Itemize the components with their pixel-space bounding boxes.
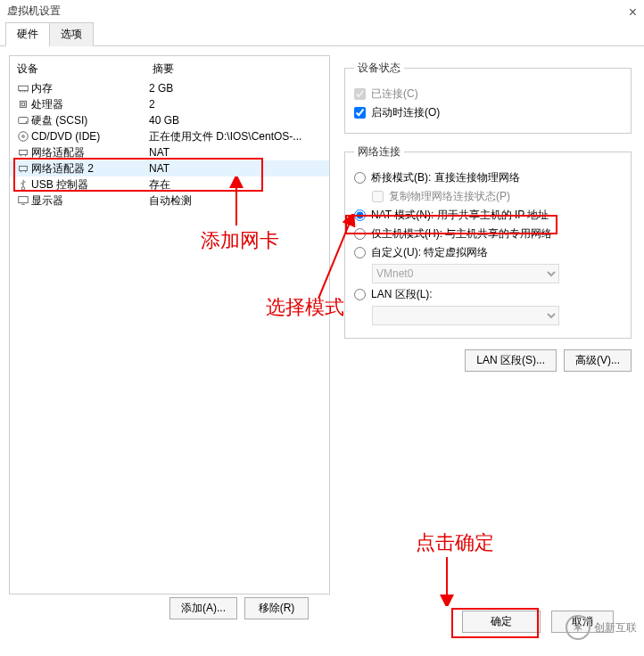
device-row-5[interactable]: 网络适配器 2NAT xyxy=(10,160,329,176)
radio-hostonly[interactable] xyxy=(354,228,366,240)
select-vmnet: VMnet0 xyxy=(372,264,559,283)
device-row-6[interactable]: USB 控制器存在 xyxy=(10,176,329,193)
watermark-logo-icon: ✶ xyxy=(566,615,590,640)
lbl-custom: 自定义(U): 特定虚拟网络 xyxy=(371,245,488,260)
svg-rect-6 xyxy=(21,102,25,106)
svg-point-8 xyxy=(26,121,28,123)
svg-rect-19 xyxy=(19,197,29,203)
svg-rect-11 xyxy=(20,150,28,154)
watermark: ✶ 创新互联 xyxy=(566,615,637,640)
svg-rect-5 xyxy=(21,102,27,108)
device-summary: 2 GB xyxy=(149,82,326,94)
network-connection-group: 网络连接 桥接模式(B): 直接连接物理网络 复制物理网络连接状态(P) NAT… xyxy=(344,144,632,339)
svg-rect-14 xyxy=(20,166,28,170)
lbl-replicate: 复制物理网络连接状态(P) xyxy=(389,189,510,204)
device-status-legend: 设备状态 xyxy=(354,61,404,76)
chk-connect-poweron[interactable] xyxy=(354,107,366,119)
device-status-group: 设备状态 已连接(C) 启动时连接(O) xyxy=(344,61,632,134)
lbl-lanseg: LAN 区段(L): xyxy=(371,287,433,302)
display-icon xyxy=(15,194,31,207)
device-row-0[interactable]: 内存2 GB xyxy=(10,80,329,96)
netconn-legend: 网络连接 xyxy=(354,144,404,160)
usb-icon xyxy=(15,178,31,191)
btn-add[interactable]: 添加(A)... xyxy=(169,597,237,619)
cpu-icon xyxy=(15,98,31,111)
col-device: 设备 xyxy=(17,62,153,77)
col-summary: 摘要 xyxy=(153,62,174,77)
svg-point-10 xyxy=(22,135,25,138)
lbl-connected: 已连接(C) xyxy=(371,86,418,102)
device-summary: NAT xyxy=(149,146,326,159)
device-name: CD/DVD (IDE) xyxy=(31,130,149,143)
device-name: 硬盘 (SCSI) xyxy=(31,113,149,128)
net-icon xyxy=(15,162,31,175)
window-title: 虚拟机设置 × xyxy=(0,0,644,21)
device-name: 网络适配器 xyxy=(31,145,149,160)
chk-replicate xyxy=(372,191,384,202)
lbl-bridged: 桥接模式(B): 直接连接物理网络 xyxy=(371,170,520,185)
disc-icon xyxy=(15,130,31,143)
device-row-1[interactable]: 处理器2 xyxy=(10,96,329,112)
radio-lanseg[interactable] xyxy=(354,289,366,300)
select-lanseg xyxy=(372,306,559,325)
tab-options[interactable]: 选项 xyxy=(49,22,94,46)
annot-add-nic: 添加网卡 xyxy=(201,227,279,254)
chk-connected xyxy=(354,88,366,100)
device-name: 显示器 xyxy=(31,193,149,209)
device-row-2[interactable]: 硬盘 (SCSI)40 GB xyxy=(10,112,329,128)
net-icon xyxy=(15,146,31,159)
btn-advanced[interactable]: 高级(V)... xyxy=(564,349,632,372)
device-row-7[interactable]: 显示器自动检测 xyxy=(10,193,329,209)
svg-point-9 xyxy=(19,132,29,142)
close-icon[interactable]: × xyxy=(629,2,637,23)
radio-nat[interactable] xyxy=(354,209,366,221)
btn-remove[interactable]: 移除(R) xyxy=(244,597,309,619)
device-summary: 正在使用文件 D:\IOS\CentOS-... xyxy=(149,129,326,144)
device-summary: 40 GB xyxy=(149,114,326,127)
memory-icon xyxy=(15,82,31,94)
svg-point-17 xyxy=(21,187,25,191)
device-summary: 自动检测 xyxy=(149,193,326,209)
lbl-connect-poweron: 启动时连接(O) xyxy=(371,105,440,120)
radio-bridged[interactable] xyxy=(354,172,366,184)
radio-custom[interactable] xyxy=(354,247,366,258)
device-name: 处理器 xyxy=(31,97,149,112)
svg-rect-0 xyxy=(19,86,29,90)
btn-lan-segments[interactable]: LAN 区段(S)... xyxy=(465,349,557,372)
lbl-nat: NAT 模式(N): 用于共享主机的 IP 地址 xyxy=(371,208,549,223)
device-panel: 设备 摘要 内存2 GB处理器2硬盘 (SCSI)40 GBCD/DVD (ID… xyxy=(9,55,330,594)
btn-ok[interactable]: 确定 xyxy=(462,611,541,633)
annot-click-ok: 点击确定 xyxy=(416,529,494,556)
device-summary: NAT xyxy=(149,162,326,175)
hdd-icon xyxy=(15,114,31,127)
device-summary: 存在 xyxy=(149,177,326,193)
device-name: 网络适配器 2 xyxy=(31,161,149,176)
device-row-4[interactable]: 网络适配器NAT xyxy=(10,144,329,160)
lbl-hostonly: 仅主机模式(H): 与主机共享的专用网络 xyxy=(371,226,552,242)
device-name: USB 控制器 xyxy=(31,177,149,193)
device-row-3[interactable]: CD/DVD (IDE)正在使用文件 D:\IOS\CentOS-... xyxy=(10,128,329,144)
tab-hardware[interactable]: 硬件 xyxy=(5,22,50,46)
annot-select-mode: 选择模式 xyxy=(266,294,344,321)
device-summary: 2 xyxy=(149,98,326,111)
device-name: 内存 xyxy=(31,81,149,96)
